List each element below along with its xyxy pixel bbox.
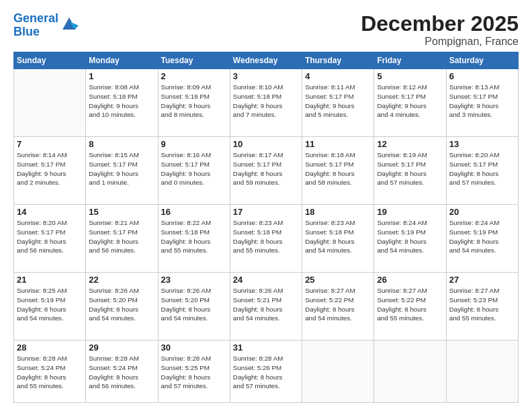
- calendar-cell: 30Sunrise: 8:28 AMSunset: 5:25 PMDayligh…: [158, 340, 230, 403]
- cell-date: 15: [89, 207, 154, 217]
- cell-info: Sunrise: 8:18 AMSunset: 5:17 PMDaylight:…: [305, 150, 371, 187]
- cell-info: Sunrise: 8:26 AMSunset: 5:20 PMDaylight:…: [161, 286, 227, 323]
- calendar-cell: [14, 69, 86, 137]
- cell-info: Sunrise: 8:24 AMSunset: 5:19 PMDaylight:…: [449, 218, 515, 255]
- cell-date: 27: [449, 275, 515, 285]
- header-cell-friday: Friday: [374, 52, 446, 69]
- header-cell-tuesday: Tuesday: [158, 52, 230, 69]
- logo-text: General: [13, 12, 58, 26]
- cell-info: Sunrise: 8:27 AMSunset: 5:23 PMDaylight:…: [449, 286, 515, 323]
- cell-date: 1: [89, 71, 154, 81]
- cell-date: 5: [377, 71, 443, 81]
- cell-date: 29: [89, 342, 154, 353]
- cell-date: 22: [89, 275, 154, 285]
- week-row-0: 1Sunrise: 8:08 AMSunset: 5:18 PMDaylight…: [14, 69, 519, 137]
- calendar-cell: 13Sunrise: 8:20 AMSunset: 5:17 PMDayligh…: [446, 137, 518, 205]
- header-row: SundayMondayTuesdayWednesdayThursdayFrid…: [14, 52, 519, 69]
- cell-date: 19: [377, 207, 443, 217]
- cell-info: Sunrise: 8:10 AMSunset: 5:18 PMDaylight:…: [233, 83, 299, 120]
- cell-date: 31: [233, 342, 299, 353]
- cell-info: Sunrise: 8:26 AMSunset: 5:20 PMDaylight:…: [89, 286, 154, 323]
- cell-date: 13: [449, 139, 515, 149]
- cell-info: Sunrise: 8:16 AMSunset: 5:17 PMDaylight:…: [161, 150, 227, 187]
- cell-date: 18: [305, 207, 371, 217]
- calendar-cell: 9Sunrise: 8:16 AMSunset: 5:17 PMDaylight…: [158, 137, 230, 205]
- calendar-cell: 11Sunrise: 8:18 AMSunset: 5:17 PMDayligh…: [302, 137, 374, 205]
- calendar-page: General Blue December 2025 Pompignan, Fr…: [0, 0, 532, 411]
- cell-info: Sunrise: 8:21 AMSunset: 5:17 PMDaylight:…: [89, 218, 154, 255]
- header-cell-monday: Monday: [86, 52, 158, 69]
- cell-date: 7: [17, 139, 83, 149]
- logo-icon: [60, 15, 79, 34]
- cell-info: Sunrise: 8:15 AMSunset: 5:17 PMDaylight:…: [89, 150, 154, 187]
- calendar-cell: 24Sunrise: 8:26 AMSunset: 5:21 PMDayligh…: [230, 273, 302, 340]
- calendar-header: SundayMondayTuesdayWednesdayThursdayFrid…: [14, 52, 519, 69]
- calendar-cell: 20Sunrise: 8:24 AMSunset: 5:19 PMDayligh…: [446, 205, 518, 273]
- cell-info: Sunrise: 8:26 AMSunset: 5:21 PMDaylight:…: [233, 286, 299, 323]
- cell-date: 3: [233, 71, 299, 81]
- header-cell-thursday: Thursday: [302, 52, 374, 69]
- cell-date: 8: [89, 139, 154, 149]
- cell-info: Sunrise: 8:27 AMSunset: 5:22 PMDaylight:…: [305, 286, 371, 323]
- cell-info: Sunrise: 8:08 AMSunset: 5:18 PMDaylight:…: [89, 83, 154, 120]
- calendar-cell: [374, 340, 446, 403]
- header-cell-wednesday: Wednesday: [230, 52, 302, 69]
- header-cell-sunday: Sunday: [14, 52, 86, 69]
- calendar-subtitle: Pompignan, France: [361, 36, 519, 48]
- cell-date: 23: [161, 275, 227, 285]
- cell-info: Sunrise: 8:12 AMSunset: 5:17 PMDaylight:…: [377, 83, 443, 120]
- cell-date: 4: [305, 71, 371, 81]
- cell-info: Sunrise: 8:23 AMSunset: 5:18 PMDaylight:…: [233, 218, 299, 255]
- calendar-cell: 31Sunrise: 8:28 AMSunset: 5:26 PMDayligh…: [230, 340, 302, 403]
- calendar-cell: 16Sunrise: 8:22 AMSunset: 5:18 PMDayligh…: [158, 205, 230, 273]
- cell-info: Sunrise: 8:20 AMSunset: 5:17 PMDaylight:…: [17, 218, 83, 255]
- cell-info: Sunrise: 8:28 AMSunset: 5:24 PMDaylight:…: [17, 354, 83, 391]
- cell-info: Sunrise: 8:19 AMSunset: 5:17 PMDaylight:…: [377, 150, 443, 187]
- cell-date: 25: [305, 275, 371, 285]
- cell-info: Sunrise: 8:28 AMSunset: 5:25 PMDaylight:…: [161, 354, 227, 391]
- cell-date: 6: [449, 71, 515, 81]
- cell-info: Sunrise: 8:14 AMSunset: 5:17 PMDaylight:…: [17, 150, 83, 187]
- cell-date: 16: [161, 207, 227, 217]
- cell-info: Sunrise: 8:11 AMSunset: 5:17 PMDaylight:…: [305, 83, 371, 120]
- cell-date: 12: [377, 139, 443, 149]
- logo: General Blue: [13, 12, 79, 39]
- logo-text2: Blue: [13, 26, 58, 39]
- cell-date: 2: [161, 71, 227, 81]
- title-block: December 2025 Pompignan, France: [361, 12, 519, 48]
- calendar-cell: 21Sunrise: 8:25 AMSunset: 5:19 PMDayligh…: [14, 273, 86, 340]
- calendar-cell: 6Sunrise: 8:13 AMSunset: 5:17 PMDaylight…: [446, 69, 518, 137]
- calendar-cell: 14Sunrise: 8:20 AMSunset: 5:17 PMDayligh…: [14, 205, 86, 273]
- cell-info: Sunrise: 8:25 AMSunset: 5:19 PMDaylight:…: [17, 286, 83, 323]
- cell-date: 21: [17, 275, 83, 285]
- calendar-cell: 1Sunrise: 8:08 AMSunset: 5:18 PMDaylight…: [86, 69, 158, 137]
- calendar-cell: 4Sunrise: 8:11 AMSunset: 5:17 PMDaylight…: [302, 69, 374, 137]
- calendar-cell: [446, 340, 518, 403]
- cell-info: Sunrise: 8:24 AMSunset: 5:19 PMDaylight:…: [377, 218, 443, 255]
- cell-date: 10: [233, 139, 299, 149]
- calendar-cell: 28Sunrise: 8:28 AMSunset: 5:24 PMDayligh…: [14, 340, 86, 403]
- week-row-2: 14Sunrise: 8:20 AMSunset: 5:17 PMDayligh…: [14, 205, 519, 273]
- cell-info: Sunrise: 8:28 AMSunset: 5:26 PMDaylight:…: [233, 354, 299, 391]
- cell-date: 9: [161, 139, 227, 149]
- cell-date: 30: [161, 342, 227, 353]
- calendar-cell: 27Sunrise: 8:27 AMSunset: 5:23 PMDayligh…: [446, 273, 518, 340]
- calendar-cell: 18Sunrise: 8:23 AMSunset: 5:18 PMDayligh…: [302, 205, 374, 273]
- cell-date: 24: [233, 275, 299, 285]
- cell-info: Sunrise: 8:22 AMSunset: 5:18 PMDaylight:…: [161, 218, 227, 255]
- calendar-cell: 12Sunrise: 8:19 AMSunset: 5:17 PMDayligh…: [374, 137, 446, 205]
- week-row-4: 28Sunrise: 8:28 AMSunset: 5:24 PMDayligh…: [14, 340, 519, 403]
- calendar-cell: 8Sunrise: 8:15 AMSunset: 5:17 PMDaylight…: [86, 137, 158, 205]
- calendar-cell: 10Sunrise: 8:17 AMSunset: 5:17 PMDayligh…: [230, 137, 302, 205]
- calendar-cell: [302, 340, 374, 403]
- calendar-cell: 26Sunrise: 8:27 AMSunset: 5:22 PMDayligh…: [374, 273, 446, 340]
- calendar-cell: 17Sunrise: 8:23 AMSunset: 5:18 PMDayligh…: [230, 205, 302, 273]
- calendar-cell: 3Sunrise: 8:10 AMSunset: 5:18 PMDaylight…: [230, 69, 302, 137]
- calendar-cell: 2Sunrise: 8:09 AMSunset: 5:18 PMDaylight…: [158, 69, 230, 137]
- header: General Blue December 2025 Pompignan, Fr…: [13, 12, 519, 48]
- calendar-cell: 5Sunrise: 8:12 AMSunset: 5:17 PMDaylight…: [374, 69, 446, 137]
- cell-info: Sunrise: 8:13 AMSunset: 5:17 PMDaylight:…: [449, 83, 515, 120]
- cell-info: Sunrise: 8:27 AMSunset: 5:22 PMDaylight:…: [377, 286, 443, 323]
- cell-date: 11: [305, 139, 371, 149]
- calendar-cell: 22Sunrise: 8:26 AMSunset: 5:20 PMDayligh…: [86, 273, 158, 340]
